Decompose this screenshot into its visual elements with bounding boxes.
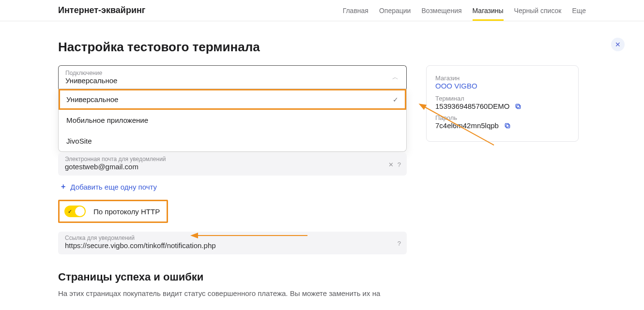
dropdown-option-label: JivoSite [66,137,92,145]
copy-icon [504,122,511,130]
section-success-error-title: Страницы успеха и ошибки [58,271,407,283]
http-toggle[interactable]: ✓ [64,206,86,217]
dropdown-option-universal[interactable]: Универсальное ✓ [59,89,406,110]
notification-url-value: https://secure.vigbo.com/tinkoff/notific… [65,241,400,250]
password-value: 7c4el6m42mn5lqpb [435,121,499,130]
copy-password-button[interactable] [504,122,511,130]
copy-icon [514,103,522,110]
section-success-error-desc: На этих страницах покупатель видит стату… [58,288,407,299]
brand-title: Интернет-эквайринг [58,5,145,15]
terminal-label: Терминал [435,95,569,102]
password-label: Пароль [435,114,569,121]
nav-refunds[interactable]: Возмещения [421,1,461,20]
nav-shops[interactable]: Магазины [473,1,504,20]
plus-icon: + [61,182,65,191]
terminal-value: 1539369485760DEMO [435,102,509,110]
notification-url-field[interactable]: Ссылка для уведомлений https://secure.vi… [58,232,407,254]
dropdown-option-mobile[interactable]: Мобильное приложение [59,110,406,131]
app-header: Интернет-эквайринг Главная Операции Возм… [0,0,644,21]
svg-rect-3 [516,104,520,107]
copy-terminal-button[interactable] [514,103,522,110]
email-field-label: Электронная почта для уведомлений [65,156,400,162]
toggle-check-icon: ✓ [68,208,72,215]
check-icon: ✓ [393,96,399,103]
main-column: Подключение Универсальное ︿ Универсально… [58,65,407,299]
add-email-link-label: Добавить еще одну почту [70,183,157,191]
svg-rect-4 [506,124,509,128]
shop-name-link[interactable]: ООО VIGBO [435,82,477,90]
svg-rect-2 [517,105,521,108]
top-nav: Главная Операции Возмещения Магазины Чер… [343,1,586,20]
connection-select-label: Подключение [65,70,399,76]
shop-label: Магазин [435,74,569,82]
nav-operations[interactable]: Операции [379,1,411,20]
clear-icon[interactable]: ✕ [388,161,394,168]
nav-more[interactable]: Еще [572,1,586,20]
add-email-link[interactable]: + Добавить еще одну почту [61,182,157,191]
chevron-up-icon: ︿ [392,73,399,82]
shop-info-card: Магазин ООО VIGBO Терминал 1539369485760… [426,65,579,142]
nav-home[interactable]: Главная [343,1,368,20]
email-field-value: gotestweb@gmail.com [65,162,400,171]
dropdown-option-label: Универсальное [66,95,118,103]
email-field[interactable]: Электронная почта для уведомлений gotest… [58,153,407,176]
page-title: Настройка тестового терминала [58,40,586,55]
nav-blacklist[interactable]: Черный список [514,1,562,20]
connection-select-value: Универсальное [65,76,399,85]
connection-select[interactable]: Подключение Универсальное ︿ [58,65,407,89]
http-toggle-row: ✓ По протоколу HTTP [58,200,168,223]
help-icon[interactable]: ? [398,239,401,247]
notification-url-label: Ссылка для уведомлений [65,235,400,241]
dropdown-option-jivosite[interactable]: JivoSite [59,131,406,151]
http-toggle-label: По протоколу HTTP [93,207,160,216]
dropdown-option-label: Мобильное приложение [66,116,148,124]
help-icon[interactable]: ? [398,161,401,168]
connection-dropdown: Универсальное ✓ Мобильное приложение Jiv… [58,89,407,152]
svg-rect-5 [505,123,508,127]
